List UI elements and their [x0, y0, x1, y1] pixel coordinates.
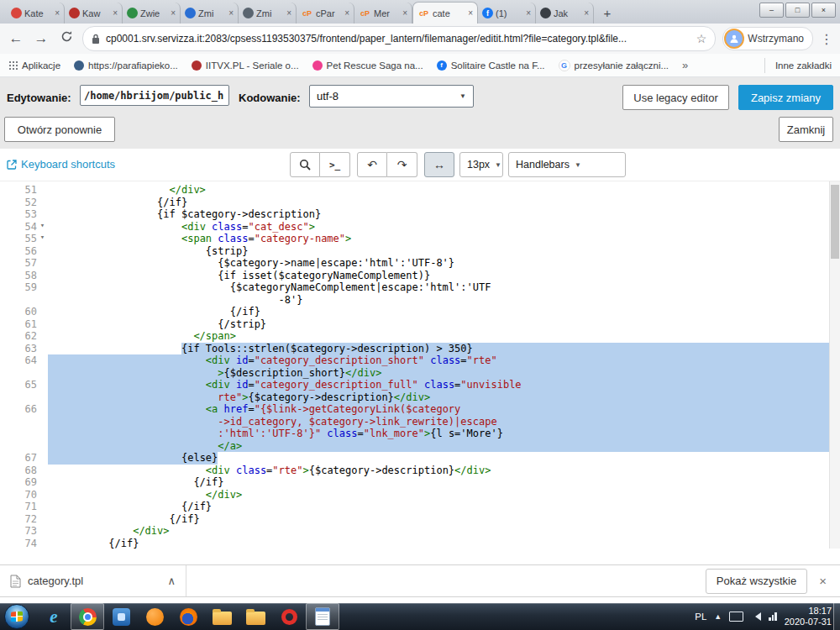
code-line[interactable]: 71 {/if} — [0, 501, 840, 513]
code-line[interactable]: >{$description_short}</div> — [0, 367, 840, 380]
tab-close-icon[interactable]: × — [286, 8, 291, 18]
tab-close-icon[interactable]: × — [55, 8, 60, 18]
browser-tab[interactable]: Jak× — [536, 3, 594, 24]
tab-close-icon[interactable]: × — [113, 8, 118, 18]
browser-tab[interactable]: Zmi× — [239, 3, 297, 24]
browser-tab[interactable]: Kate× — [7, 3, 65, 24]
code-line[interactable]: 61 {/strip} — [0, 318, 840, 331]
code-line[interactable]: 53 {if $category->description} — [0, 208, 840, 221]
code-line[interactable]: 56 {strip} — [0, 245, 840, 258]
tab-close-icon[interactable]: × — [402, 8, 407, 18]
tab-close-icon[interactable]: × — [468, 8, 473, 18]
code-line[interactable]: 66 <a href="{$link->getCategoryLink($cat… — [0, 403, 840, 416]
code-line[interactable]: 58 {if isset($categoryNameComplement)} — [0, 270, 840, 282]
scrollbar-thumb[interactable] — [831, 185, 839, 259]
code-line[interactable]: 72 {/if} — [0, 513, 840, 526]
volume-icon[interactable] — [751, 612, 761, 621]
search-button[interactable] — [290, 152, 320, 177]
taskbar-app-folder[interactable] — [205, 603, 239, 630]
browser-tab[interactable]: Kaw× — [65, 3, 123, 24]
code-line[interactable]: 64 <div id="category_description_short" … — [0, 354, 840, 367]
bookmark-item[interactable]: https://parafiapieko... — [74, 60, 178, 71]
taskbar-app-blue-app[interactable] — [104, 603, 138, 630]
start-button[interactable] — [4, 604, 29, 629]
code-line[interactable]: 70 </div> — [0, 489, 840, 501]
browser-tab[interactable]: cPcPar× — [297, 3, 354, 24]
collapse-chevron-icon[interactable]: ∧ — [167, 575, 176, 587]
profile-chip[interactable]: Wstrzymano — [722, 27, 813, 50]
taskbar-app-internet-explorer[interactable] — [37, 603, 71, 630]
taskbar-clock[interactable]: 18:17 2020-07-31 — [785, 606, 832, 627]
close-editor-button[interactable]: Zamknij — [779, 117, 833, 142]
encoding-select[interactable]: utf-8 ▼ — [309, 85, 474, 108]
code-line[interactable]: 69 {/if} — [0, 476, 840, 489]
hidden-icons-button[interactable]: ▲ — [714, 612, 722, 621]
taskbar-app-opera[interactable] — [272, 603, 306, 630]
reload-button[interactable] — [57, 30, 76, 47]
reopen-button[interactable]: Otwórz ponownie — [4, 117, 115, 142]
browser-tab[interactable]: cPMer× — [354, 3, 412, 24]
legacy-editor-button[interactable]: Use legacy editor — [622, 85, 729, 110]
close-bar-icon[interactable]: × — [819, 574, 827, 588]
bookmark-item[interactable]: Gprzesyłanie załączni... — [559, 60, 669, 71]
code-line[interactable]: 54▾ <div class="cat_desc"> — [0, 221, 840, 234]
fold-arrow-icon[interactable]: ▾ — [37, 221, 48, 234]
code-line[interactable]: 59 {$categoryNameComplement|escape:'html… — [0, 281, 840, 294]
code-line[interactable]: rte">{$category->description}</div> — [0, 391, 840, 404]
code-line[interactable]: 55▾ <span class="category-name"> — [0, 233, 840, 245]
code-editor[interactable]: 51 </div>52 {/if}53 {if $category->descr… — [0, 181, 840, 549]
address-bar[interactable]: cp0001.srv.servizza.it:2083/cpsess119353… — [82, 26, 716, 51]
code-line[interactable]: ->id_category, $category->link_rewrite)|… — [0, 416, 840, 428]
language-indicator[interactable]: PL — [695, 612, 706, 622]
tab-close-icon[interactable]: × — [228, 8, 234, 18]
terminal-button[interactable]: >_ — [320, 152, 350, 177]
taskbar-app-xampp[interactable] — [138, 603, 171, 630]
code-line[interactable]: 57 {$category->name|escape:'html':'UTF-8… — [0, 257, 840, 270]
code-line[interactable]: 67 {else} — [0, 452, 840, 465]
code-line[interactable]: 62 </span> — [0, 330, 840, 343]
code-line[interactable]: :'html':'UTF-8'}" class="lnk_more">{l s=… — [0, 428, 840, 440]
bookmark-star-icon[interactable]: ☆ — [696, 32, 707, 45]
browser-menu-button[interactable]: ⋮ — [820, 31, 833, 47]
browser-tab[interactable]: f(1)× — [478, 3, 536, 24]
taskbar-app-notepad[interactable] — [306, 603, 339, 630]
network-icon[interactable] — [769, 612, 777, 621]
code-line[interactable]: 60 {/if} — [0, 306, 840, 318]
browser-tab[interactable]: Zmi× — [181, 3, 239, 24]
tab-close-icon[interactable]: × — [584, 8, 589, 18]
tab-close-icon[interactable]: × — [344, 8, 349, 18]
file-tab[interactable]: category.tpl ∧ — [0, 565, 186, 596]
file-path-input[interactable] — [80, 85, 229, 106]
code-line[interactable]: 74 {/if} — [0, 538, 840, 550]
show-desktop-button[interactable] — [833, 603, 840, 630]
forward-button[interactable]: → — [32, 30, 50, 47]
window-minimize-button[interactable]: – — [759, 3, 784, 18]
apps-shortcut[interactable]: Aplikacje — [8, 60, 60, 71]
tab-close-icon[interactable]: × — [526, 8, 531, 18]
code-line[interactable]: 73 </div> — [0, 525, 840, 538]
code-line[interactable]: </a> — [0, 440, 840, 453]
fold-arrow-icon[interactable]: ▾ — [37, 233, 48, 245]
browser-tab[interactable]: cPcate× — [412, 2, 478, 24]
redo-button[interactable]: ↷ — [387, 152, 417, 177]
window-maximize-button[interactable]: □ — [785, 3, 810, 18]
undo-button[interactable]: ↶ — [357, 152, 387, 177]
code-line[interactable]: 65 <div id="category_description_full" c… — [0, 379, 840, 391]
code-line[interactable]: 68 <div class="rte">{$category->descript… — [0, 465, 840, 477]
keyboard-shortcuts-link[interactable]: Keyboard shortcuts — [7, 158, 115, 171]
code-line[interactable]: 52 {/if} — [0, 197, 840, 209]
taskbar-app-chrome[interactable] — [71, 603, 104, 630]
back-button[interactable]: ← — [7, 30, 25, 47]
editor-scrollbar[interactable] — [829, 181, 840, 549]
other-bookmarks-button[interactable]: Inne zakładki — [764, 58, 832, 73]
font-size-select[interactable]: 13px ▼ — [459, 152, 503, 177]
tray-device-icon[interactable] — [729, 612, 743, 622]
syntax-mode-select[interactable]: Handlebars ▼ — [508, 152, 626, 177]
code-line[interactable]: 51 </div> — [0, 184, 840, 197]
bookmark-item[interactable]: fSolitaire Castle na F... — [437, 60, 545, 71]
bookmarks-overflow-icon[interactable]: » — [682, 59, 688, 71]
save-button[interactable]: Zapisz zmiany — [738, 85, 833, 110]
window-close-button[interactable]: × — [811, 3, 836, 18]
tab-close-icon[interactable]: × — [171, 8, 176, 18]
word-wrap-toggle[interactable]: ↔ — [424, 152, 454, 177]
